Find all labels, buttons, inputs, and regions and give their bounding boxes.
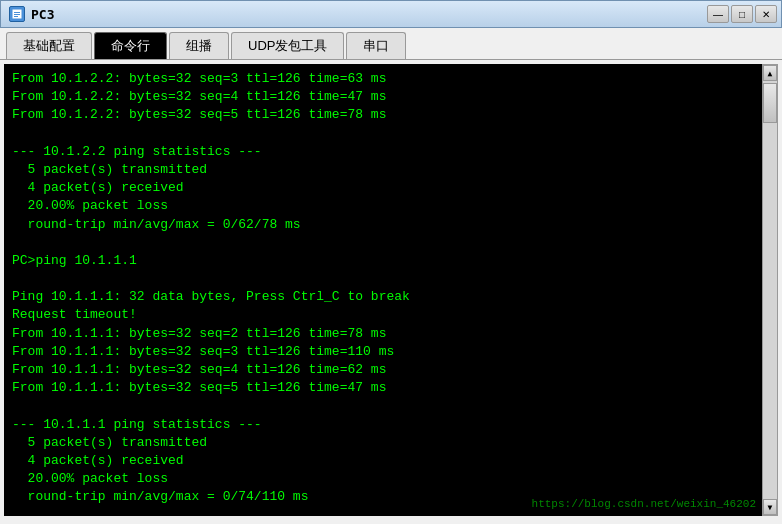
window-title: PC3	[31, 7, 54, 22]
terminal-container: From 10.1.2.2: bytes=32 seq=3 ttl=126 ti…	[0, 60, 782, 520]
tab-udp[interactable]: UDP发包工具	[231, 32, 344, 59]
tab-bar: 基础配置 命令行 组播 UDP发包工具 串口	[0, 28, 782, 60]
svg-rect-1	[14, 12, 20, 13]
title-bar-left: PC3	[9, 6, 54, 22]
app-icon	[9, 6, 25, 22]
scrollbar-up-button[interactable]: ▲	[763, 65, 777, 81]
close-button[interactable]: ✕	[755, 5, 777, 23]
tab-basic[interactable]: 基础配置	[6, 32, 92, 59]
terminal-output: From 10.1.2.2: bytes=32 seq=3 ttl=126 ti…	[12, 70, 754, 516]
tab-group[interactable]: 组播	[169, 32, 229, 59]
watermark: https://blog.csdn.net/weixin_46202	[532, 497, 756, 512]
scrollbar-down-button[interactable]: ▼	[763, 499, 777, 515]
tab-command[interactable]: 命令行	[94, 32, 167, 59]
svg-rect-3	[14, 16, 18, 17]
tab-serial[interactable]: 串口	[346, 32, 406, 59]
restore-button[interactable]: □	[731, 5, 753, 23]
title-bar: PC3 — □ ✕	[0, 0, 782, 28]
minimize-button[interactable]: —	[707, 5, 729, 23]
scrollbar[interactable]: ▲ ▼	[762, 64, 778, 516]
scrollbar-thumb[interactable]	[763, 83, 777, 123]
svg-rect-2	[14, 14, 20, 15]
terminal-window[interactable]: From 10.1.2.2: bytes=32 seq=3 ttl=126 ti…	[4, 64, 762, 516]
title-buttons: — □ ✕	[707, 5, 777, 23]
